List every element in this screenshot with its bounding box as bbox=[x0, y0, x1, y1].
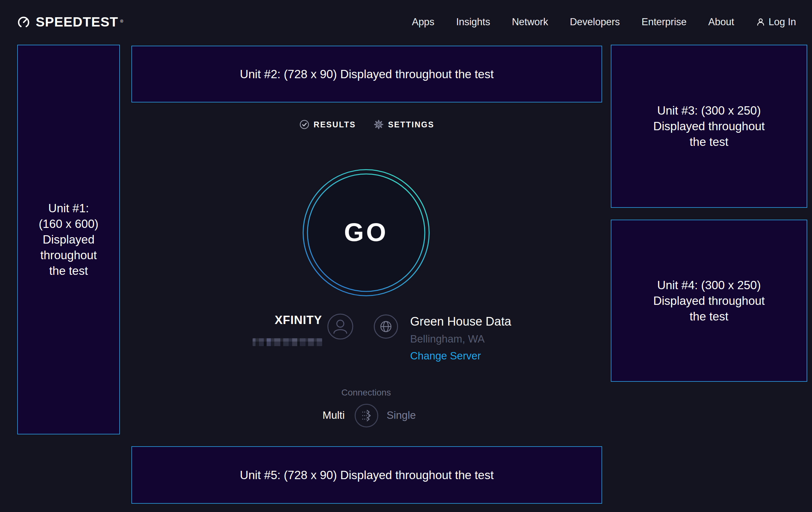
nav-item-insights[interactable]: Insights bbox=[456, 16, 490, 28]
trademark-symbol: ® bbox=[120, 19, 123, 24]
redacted-ip-address bbox=[253, 339, 322, 346]
main-nav: Apps Insights Network Developers Enterpr… bbox=[412, 16, 796, 28]
ad-unit-2[interactable]: Unit #2: (728 x 90) Displayed throughout… bbox=[132, 46, 602, 103]
gear-icon bbox=[374, 119, 384, 130]
server-globe-icon bbox=[374, 315, 398, 339]
brand-wordmark: SPEEDTEST bbox=[36, 15, 118, 30]
isp-user-icon[interactable] bbox=[327, 314, 353, 340]
nav-item-developers[interactable]: Developers bbox=[570, 16, 620, 28]
results-tab-label: RESULTS bbox=[314, 120, 356, 129]
ad-unit-3-text: Unit #3: (300 x 250) Displayed throughou… bbox=[653, 103, 765, 150]
ad-unit-2-text: Unit #2: (728 x 90) Displayed throughout… bbox=[240, 66, 494, 82]
tab-settings[interactable]: SETTINGS bbox=[374, 119, 434, 130]
settings-tab-label: SETTINGS bbox=[388, 120, 434, 129]
ad-unit-1-text: Unit #1: (160 x 600) Displayed throughou… bbox=[38, 200, 98, 279]
person-icon bbox=[756, 17, 765, 27]
check-circle-icon bbox=[299, 119, 309, 130]
speedometer-gauge-icon bbox=[17, 15, 31, 29]
login-button[interactable]: Log In bbox=[756, 16, 796, 28]
nav-item-apps[interactable]: Apps bbox=[412, 16, 434, 28]
connections-label: Connections bbox=[341, 387, 391, 398]
connections-single-option[interactable]: Single bbox=[386, 409, 416, 421]
server-location: Bellingham, WA bbox=[410, 333, 485, 345]
nav-item-network[interactable]: Network bbox=[512, 16, 548, 28]
tab-results[interactable]: RESULTS bbox=[299, 119, 356, 130]
ad-unit-5-text: Unit #5: (728 x 90) Displayed throughout… bbox=[240, 467, 494, 483]
change-server-link[interactable]: Change Server bbox=[410, 350, 481, 362]
ad-unit-1[interactable]: Unit #1: (160 x 600) Displayed throughou… bbox=[17, 45, 120, 434]
login-label: Log In bbox=[768, 16, 796, 28]
nav-item-enterprise[interactable]: Enterprise bbox=[641, 16, 686, 28]
server-name: Green House Data bbox=[410, 315, 511, 328]
go-button[interactable]: GO bbox=[344, 218, 388, 247]
brand-logo[interactable]: SPEEDTEST ® bbox=[17, 15, 123, 30]
ad-unit-4-text: Unit #4: (300 x 250) Displayed throughou… bbox=[653, 277, 765, 324]
ad-unit-4[interactable]: Unit #4: (300 x 250) Displayed throughou… bbox=[611, 220, 807, 382]
ad-unit-3[interactable]: Unit #3: (300 x 250) Displayed throughou… bbox=[611, 45, 807, 208]
top-nav-bar: SPEEDTEST ® Apps Insights Network Develo… bbox=[0, 0, 812, 44]
ad-unit-5[interactable]: Unit #5: (728 x 90) Displayed throughout… bbox=[132, 446, 602, 504]
nav-item-about[interactable]: About bbox=[708, 16, 734, 28]
connections-toggle-icon[interactable] bbox=[354, 403, 379, 428]
results-settings-tabs: RESULTS SETTINGS bbox=[299, 119, 434, 130]
connections-multi-option[interactable]: Multi bbox=[322, 409, 345, 421]
speedtest-page: SPEEDTEST ® Apps Insights Network Develo… bbox=[0, 0, 812, 512]
isp-name: XFINITY bbox=[274, 314, 322, 327]
